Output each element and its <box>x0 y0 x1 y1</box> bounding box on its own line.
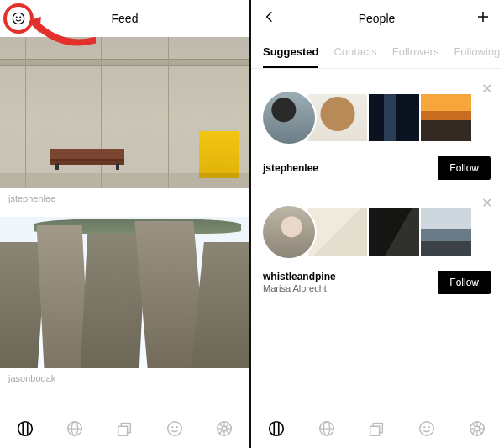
people-header: People <box>251 0 502 37</box>
feed-title: Feed <box>0 12 249 25</box>
bottom-nav <box>251 408 502 448</box>
svg-point-36 <box>428 426 430 428</box>
back-icon[interactable] <box>263 10 276 27</box>
thumb[interactable] <box>360 94 419 141</box>
svg-line-23 <box>219 430 223 434</box>
bottom-nav <box>0 408 249 448</box>
feed-item[interactable]: jasonbodak <box>0 217 249 392</box>
tab-followers[interactable]: Followers <box>392 37 439 68</box>
card-thumbs[interactable] <box>263 87 491 148</box>
feed-header: Feed <box>0 0 249 37</box>
avatar[interactable] <box>263 206 315 258</box>
tab-suggested[interactable]: Suggested <box>263 37 318 68</box>
feed-list[interactable]: jstephenlee jasonbodak <box>0 37 249 408</box>
tab-contacts[interactable]: Contacts <box>333 37 376 68</box>
thumb[interactable] <box>308 208 367 256</box>
globe-icon[interactable] <box>66 419 84 438</box>
card-username[interactable]: whistleandpine <box>263 271 336 283</box>
callout-circle <box>3 3 34 34</box>
svg-point-34 <box>420 421 434 435</box>
illustration-bench <box>50 146 124 170</box>
people-title: People <box>251 12 502 25</box>
smile-icon[interactable] <box>417 419 436 438</box>
feed-icon[interactable] <box>267 419 286 438</box>
thumb[interactable] <box>308 94 367 141</box>
svg-point-35 <box>423 426 425 428</box>
svg-line-20 <box>219 424 223 427</box>
feed-username[interactable]: jasonbodak <box>0 368 249 392</box>
feed-screen: Feed jstephenlee <box>0 0 251 448</box>
thumb[interactable] <box>360 208 419 256</box>
card-realname: Marisa Albrecht <box>263 283 336 295</box>
svg-point-1 <box>16 17 18 18</box>
svg-point-38 <box>475 426 480 431</box>
svg-point-11 <box>168 421 182 435</box>
card-username[interactable]: jstephenlee <box>263 162 318 175</box>
tab-following[interactable]: Following <box>454 37 500 68</box>
svg-line-21 <box>227 430 230 434</box>
svg-point-12 <box>171 426 173 428</box>
people-card: ✕ whistleandpine Marisa Albrecht Follow <box>251 187 502 302</box>
layers-icon[interactable] <box>115 419 134 438</box>
wheel-icon[interactable] <box>215 419 234 438</box>
smile-icon[interactable] <box>165 419 184 438</box>
svg-point-15 <box>223 426 228 431</box>
svg-rect-10 <box>118 426 128 435</box>
feed-icon[interactable] <box>16 419 34 438</box>
globe-icon[interactable] <box>318 419 336 438</box>
svg-point-2 <box>19 17 21 18</box>
svg-line-43 <box>472 424 475 427</box>
follow-button[interactable]: Follow <box>438 156 491 180</box>
svg-point-3 <box>18 421 32 435</box>
svg-line-22 <box>227 424 230 427</box>
feed-item[interactable]: jstephenlee <box>0 37 249 212</box>
smile-icon[interactable] <box>11 11 26 26</box>
card-thumbs[interactable] <box>263 202 491 262</box>
svg-line-45 <box>479 424 482 427</box>
svg-point-26 <box>270 421 284 435</box>
wheel-icon[interactable] <box>468 419 486 438</box>
feed-photo[interactable] <box>0 37 249 188</box>
follow-button[interactable]: Follow <box>438 271 491 294</box>
svg-line-46 <box>472 430 475 434</box>
svg-point-13 <box>176 426 178 428</box>
avatar[interactable] <box>263 92 315 144</box>
svg-point-0 <box>13 13 24 24</box>
feed-username[interactable]: jstephenlee <box>0 188 249 212</box>
add-icon[interactable] <box>475 9 491 28</box>
layers-icon[interactable] <box>367 419 386 438</box>
thumb[interactable] <box>412 94 471 141</box>
thumb[interactable] <box>412 208 471 256</box>
people-list[interactable]: ✕ jstephenlee Follow ✕ <box>251 69 502 408</box>
people-card: ✕ jstephenlee Follow <box>251 72 502 187</box>
illustration-bin <box>199 131 239 178</box>
people-screen: People Suggested Contacts Followers Foll… <box>251 0 502 448</box>
svg-rect-33 <box>370 426 380 435</box>
svg-line-44 <box>479 430 482 434</box>
people-tabs: Suggested Contacts Followers Following <box>251 37 502 69</box>
feed-photo[interactable] <box>0 217 249 368</box>
